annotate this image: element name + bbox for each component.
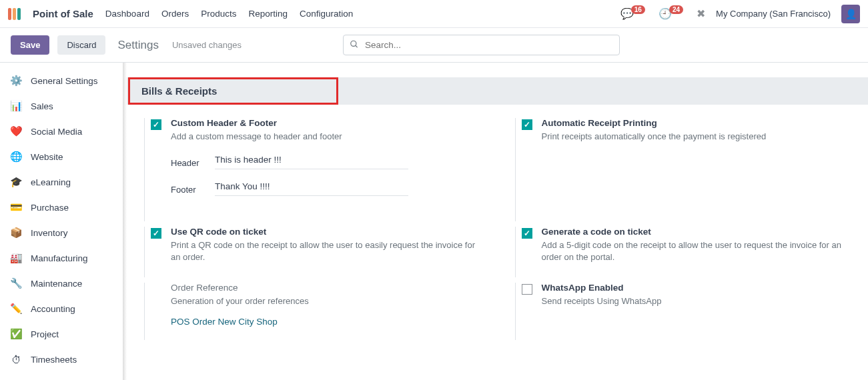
sidebar-icon: 🌐 <box>9 150 23 163</box>
header-field-value[interactable]: This is header !!! <box>215 155 478 167</box>
sidebar-icon: 🔧 <box>9 277 23 290</box>
sidebar-item-accounting[interactable]: ✏️Accounting <box>0 296 123 321</box>
setting-desc: Generation of your order references <box>171 295 478 307</box>
footer-field-label: Footer <box>171 185 215 196</box>
section-title: Bills & Receipts <box>141 85 217 97</box>
input-underline <box>215 169 408 169</box>
setting-title: Custom Header & Footer <box>171 118 478 128</box>
setting-title: WhatsApp Enabled <box>542 283 849 293</box>
sidebar-item-label: Maintenance <box>31 279 82 289</box>
nav-dashboard[interactable]: Dashboard <box>105 9 149 19</box>
block-divider <box>515 283 516 340</box>
sidebar-item-elearning[interactable]: 🎓eLearning <box>0 169 123 195</box>
block-divider <box>515 118 516 221</box>
sidebar-item-sales[interactable]: 📊Sales <box>0 93 123 119</box>
nav-products[interactable]: Products <box>201 9 236 19</box>
settings-grid: Custom Header & Footer Add a custom mess… <box>127 105 868 352</box>
section-header-bills-receipts: Bills & Receipts <box>127 77 868 105</box>
activities-count: 24 <box>669 5 683 14</box>
settings-content[interactable]: Bills & Receipts Custom Header & Footer … <box>127 63 868 380</box>
sidebar-item-label: Purchase <box>31 203 69 213</box>
setting-qr-code-ticket: Use QR code on ticket Print a QR code on… <box>127 227 498 282</box>
activities-button[interactable]: 🕘 24 <box>659 7 686 20</box>
messages-button[interactable]: 💬 16 <box>620 7 648 20</box>
setting-desc: Send receipts Using WhatsApp <box>542 295 849 307</box>
sidebar-icon: 🎓 <box>9 175 23 189</box>
setting-desc: Add a 5-digit code on the receipt to all… <box>542 239 849 263</box>
setting-title: Order Reference <box>171 283 478 293</box>
checkbox-custom-header-footer[interactable] <box>151 119 161 130</box>
sidebar-item-label: eLearning <box>31 177 71 187</box>
checkbox-qr-code-ticket[interactable] <box>151 228 161 239</box>
app-name[interactable]: Point of Sale <box>33 8 93 19</box>
action-bar: Save Discard Settings Unsaved changes <box>0 28 868 63</box>
save-button[interactable]: Save <box>11 35 49 55</box>
top-navbar: Point of Sale Dashboard Orders Products … <box>0 0 868 28</box>
checkbox-generate-code-ticket[interactable] <box>522 228 532 239</box>
checkbox-auto-receipt-printing[interactable] <box>522 119 532 130</box>
sidebar-item-project[interactable]: ✅Project <box>0 321 123 347</box>
sidebar-item-general-settings[interactable]: ⚙️General Settings <box>0 68 123 93</box>
navbar-right: 💬 16 🕘 24 ✖ My Company (San Francisco) 👤 <box>620 5 860 23</box>
discard-button[interactable]: Discard <box>57 35 105 55</box>
messages-count: 16 <box>631 5 645 14</box>
tools-icon[interactable]: ✖ <box>697 7 705 20</box>
sidebar-item-website[interactable]: 🌐Website <box>0 144 123 169</box>
sidebar-item-label: Project <box>31 329 59 339</box>
sidebar-icon: ❤️ <box>9 125 23 138</box>
setting-desc: Print a QR code on the receipt to allow … <box>171 239 478 263</box>
setting-whatsapp-enabled: WhatsApp Enabled Send receipts Using Wha… <box>498 283 869 345</box>
sidebar-icon: 📦 <box>9 226 23 239</box>
input-underline <box>215 195 408 196</box>
setting-generate-code-ticket: Generate a code on ticket Add a 5-digit … <box>498 227 869 282</box>
sidebar-item-label: General Settings <box>31 76 98 86</box>
main-area: ⚙️General Settings📊Sales❤️Social Media🌐W… <box>0 63 868 380</box>
setting-desc: Add a custom message to header and foote… <box>171 131 478 143</box>
sidebar-icon: 📊 <box>9 99 23 113</box>
checkbox-whatsapp-enabled[interactable] <box>522 284 532 295</box>
setting-title: Automatic Receipt Printing <box>542 118 849 128</box>
search-input[interactable] <box>343 35 620 55</box>
setting-order-reference: Order Reference Generation of your order… <box>127 283 498 345</box>
sidebar-item-label: Timesheets <box>31 355 77 365</box>
sidebar-item-inventory[interactable]: 📦Inventory <box>0 220 123 245</box>
search-icon <box>350 39 359 51</box>
setting-auto-receipt-printing: Automatic Receipt Printing Print receipt… <box>498 118 869 227</box>
sidebar-icon: ✅ <box>9 327 23 341</box>
company-switcher[interactable]: My Company (San Francisco) <box>716 9 831 19</box>
search-wrap <box>343 35 620 55</box>
nav-orders[interactable]: Orders <box>161 9 189 19</box>
setting-custom-header-footer: Custom Header & Footer Add a custom mess… <box>127 118 498 227</box>
unsaved-indicator: Unsaved changes <box>172 40 242 50</box>
sidebar-item-label: Website <box>31 152 63 162</box>
sidebar-item-label: Social Media <box>31 127 82 137</box>
nav-configuration[interactable]: Configuration <box>300 9 353 19</box>
user-avatar[interactable]: 👤 <box>841 5 860 23</box>
setting-desc: Print receipts automatically once the pa… <box>542 131 849 143</box>
footer-field-value[interactable]: Thank You !!!! <box>215 181 478 194</box>
header-field-label: Header <box>171 158 215 169</box>
sidebar-icon: 💳 <box>9 201 23 214</box>
sidebar-icon: ✏️ <box>9 302 23 315</box>
block-divider <box>144 283 145 340</box>
setting-title: Use QR code on ticket <box>171 227 478 237</box>
settings-sidebar[interactable]: ⚙️General Settings📊Sales❤️Social Media🌐W… <box>0 63 123 380</box>
sidebar-item-social-media[interactable]: ❤️Social Media <box>0 119 123 144</box>
sidebar-item-label: Accounting <box>31 304 75 314</box>
sidebar-item-purchase[interactable]: 💳Purchase <box>0 195 123 220</box>
order-reference-link[interactable]: POS Order New City Shop <box>171 317 278 327</box>
nav-reporting[interactable]: Reporting <box>248 9 288 19</box>
block-divider <box>144 227 145 277</box>
svg-point-0 <box>351 41 356 46</box>
sidebar-item-maintenance[interactable]: 🔧Maintenance <box>0 271 123 296</box>
navbar-left: Point of Sale Dashboard Orders Products … <box>8 8 353 20</box>
page-title: Settings <box>117 39 158 52</box>
svg-line-1 <box>356 45 358 47</box>
sidebar-item-label: Inventory <box>31 228 68 238</box>
sidebar-icon: ⚙️ <box>9 74 23 87</box>
setting-title: Generate a code on ticket <box>542 227 849 237</box>
app-logo-icon[interactable] <box>8 8 21 20</box>
sidebar-item-timesheets[interactable]: ⏱Timesheets <box>0 347 123 372</box>
sidebar-item-manufacturing[interactable]: 🏭Manufacturing <box>0 245 123 271</box>
sidebar-icon: ⏱ <box>9 353 23 366</box>
